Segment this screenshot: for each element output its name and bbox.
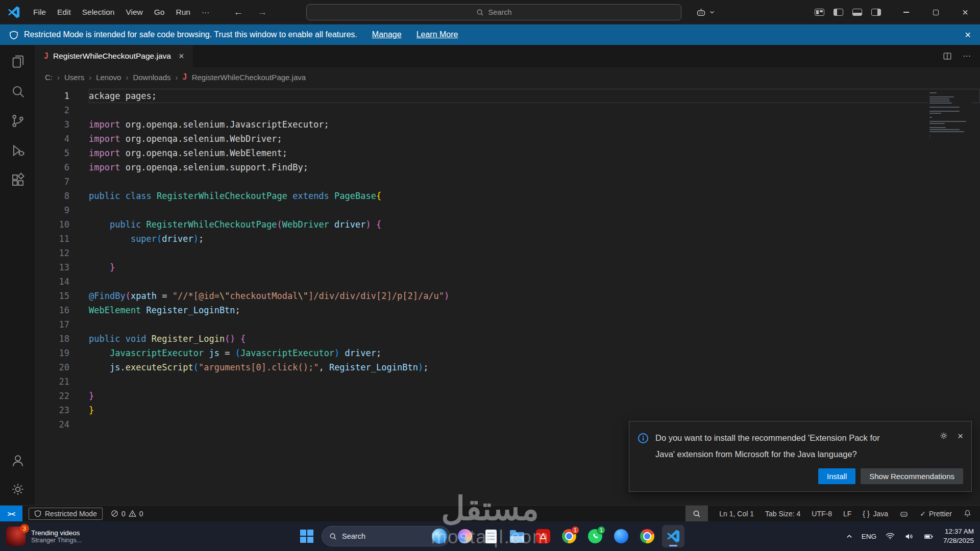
- menu-overflow[interactable]: ···: [196, 5, 215, 19]
- install-button[interactable]: Install: [818, 468, 855, 484]
- toggle-sidebar-icon[interactable]: [834, 9, 843, 16]
- copilot-status-icon[interactable]: [899, 509, 909, 518]
- split-editor-icon[interactable]: [942, 52, 952, 61]
- code-line[interactable]: import org.openqa.selenium.support.FindB…: [89, 160, 980, 174]
- taskbar-icon-whatsapp[interactable]: 1: [584, 525, 606, 547]
- explorer-icon[interactable]: [10, 54, 26, 69]
- code-line[interactable]: }: [89, 389, 980, 403]
- zoom-indicator[interactable]: [685, 506, 708, 521]
- breadcrumb-drive[interactable]: C:: [45, 73, 53, 82]
- minimize-button[interactable]: [891, 0, 921, 24]
- close-button[interactable]: ×: [950, 0, 980, 24]
- code-line[interactable]: }: [89, 260, 980, 274]
- taskbar-icon-copilot[interactable]: [454, 525, 476, 547]
- extensions-icon[interactable]: [10, 172, 26, 188]
- taskbar-center: Search 1 1: [296, 525, 684, 547]
- customize-layout-icon[interactable]: [815, 9, 824, 16]
- back-arrow-icon[interactable]: ←: [233, 7, 243, 18]
- wifi-icon[interactable]: [885, 532, 895, 541]
- code-line[interactable]: @FindBy(xpath = "//*[@id=\"checkoutModal…: [89, 289, 980, 303]
- code-line[interactable]: [89, 317, 980, 332]
- code-line[interactable]: [89, 246, 980, 260]
- taskbar-clock[interactable]: 12:37 AM 7/28/2025: [943, 527, 974, 545]
- taskbar-icon-vscode[interactable]: [662, 525, 684, 547]
- formatter-status[interactable]: ✓ Prettier: [920, 510, 952, 518]
- taskbar-icon-chrome[interactable]: 1: [558, 525, 580, 547]
- toggle-panel-icon[interactable]: [852, 9, 862, 16]
- code-line[interactable]: import org.openqa.selenium.WebElement;: [89, 146, 980, 160]
- code-line[interactable]: public class RegisterWhileCheckoutPage e…: [89, 189, 980, 203]
- command-center-search[interactable]: Search: [306, 4, 681, 20]
- code-line[interactable]: WebElement Register_LoginBtn;: [89, 303, 980, 317]
- settings-gear-icon[interactable]: [10, 482, 26, 497]
- code-line[interactable]: import org.openqa.selenium.JavascriptExe…: [89, 117, 980, 132]
- problems-status[interactable]: 0 0: [111, 510, 143, 518]
- line-number: 11: [36, 232, 69, 246]
- start-button[interactable]: [296, 525, 318, 547]
- manage-link[interactable]: Manage: [372, 30, 402, 39]
- menu-view[interactable]: View: [120, 5, 148, 19]
- notification-close-icon[interactable]: ×: [958, 431, 963, 441]
- taskbar-icon-blue-app[interactable]: [610, 525, 632, 547]
- taskbar-icon-chrome-2[interactable]: [636, 525, 658, 547]
- remote-indicator[interactable]: ><: [0, 506, 22, 521]
- tab-registerwhilecheckoutpage[interactable]: J RegisterWhileCheckoutPage.java ×: [36, 45, 192, 67]
- code-line[interactable]: JavascriptExecutor js = (JavascriptExecu…: [89, 346, 980, 360]
- run-debug-icon[interactable]: [10, 143, 26, 158]
- code-line[interactable]: ackage pages;: [89, 89, 980, 103]
- input-language-indicator[interactable]: ENG: [862, 533, 876, 540]
- bell-icon[interactable]: [963, 509, 972, 518]
- code-line[interactable]: [89, 274, 980, 289]
- breadcrumb-separator: ›: [57, 73, 60, 82]
- taskbar-search[interactable]: Search: [322, 526, 450, 546]
- search-icon[interactable]: [10, 84, 26, 99]
- code-line[interactable]: public RegisterWhileCheckoutPage(WebDriv…: [89, 217, 980, 232]
- more-actions-icon[interactable]: ···: [963, 52, 971, 61]
- copilot-menu[interactable]: [696, 7, 715, 18]
- source-control-icon[interactable]: [10, 113, 26, 129]
- breadcrumb-downloads[interactable]: Downloads: [133, 73, 170, 82]
- battery-icon[interactable]: [923, 532, 935, 541]
- encoding-status[interactable]: UTF-8: [812, 510, 832, 518]
- code-line[interactable]: [89, 203, 980, 217]
- restricted-mode-status[interactable]: Restricted Mode: [29, 508, 103, 520]
- language-mode-status[interactable]: { } Java: [863, 510, 888, 518]
- tab-size-status[interactable]: Tab Size: 4: [765, 510, 800, 518]
- taskbar-icon-file-explorer[interactable]: [506, 525, 528, 547]
- cursor-position-status[interactable]: Ln 1, Col 1: [719, 510, 754, 518]
- code-line[interactable]: js.executeScript("arguments[0].click();"…: [89, 360, 980, 374]
- banner-close-icon[interactable]: ×: [965, 29, 971, 41]
- code-line[interactable]: [89, 174, 980, 189]
- breadcrumb-file[interactable]: RegisterWhileCheckoutPage.java: [192, 73, 306, 82]
- chevron-up-icon[interactable]: [846, 533, 853, 540]
- code-line[interactable]: import org.openqa.selenium.WebDriver;: [89, 132, 980, 146]
- taskbar-icon-document[interactable]: [480, 525, 502, 547]
- code-editor[interactable]: 123456789101112131415161718192021222324 …: [36, 87, 980, 505]
- widgets-button[interactable]: 3 Trending videos Stranger Things...: [0, 527, 148, 546]
- eol-status[interactable]: LF: [843, 510, 851, 518]
- code-line[interactable]: }: [89, 403, 980, 417]
- breadcrumb-users[interactable]: Users: [64, 73, 84, 82]
- notification-settings-gear-icon[interactable]: [939, 431, 948, 440]
- code-line[interactable]: [89, 103, 980, 117]
- menu-run[interactable]: Run: [170, 5, 195, 19]
- code-line[interactable]: super(driver);: [89, 232, 980, 246]
- learn-more-link[interactable]: Learn More: [416, 30, 458, 39]
- code-line[interactable]: public void Register_Login() {: [89, 332, 980, 346]
- tab-close-icon[interactable]: ×: [179, 51, 184, 62]
- show-recommendations-button[interactable]: Show Recommendations: [861, 468, 963, 484]
- taskbar-icon-acrobat[interactable]: [532, 525, 554, 547]
- menu-go[interactable]: Go: [149, 5, 170, 19]
- menu-file[interactable]: File: [28, 5, 52, 19]
- accounts-icon[interactable]: [10, 453, 26, 468]
- toggle-secondary-sidebar-icon[interactable]: [871, 9, 881, 16]
- volume-icon[interactable]: [904, 532, 914, 541]
- line-numbers[interactable]: 123456789101112131415161718192021222324: [36, 89, 89, 505]
- menu-edit[interactable]: Edit: [52, 5, 77, 19]
- menu-selection[interactable]: Selection: [77, 5, 120, 19]
- minimap[interactable]: [928, 91, 972, 142]
- forward-arrow-icon[interactable]: →: [257, 7, 267, 18]
- code-line[interactable]: [89, 374, 980, 389]
- breadcrumb-lenovo[interactable]: Lenovo: [96, 73, 121, 82]
- maximize-button[interactable]: [921, 0, 950, 24]
